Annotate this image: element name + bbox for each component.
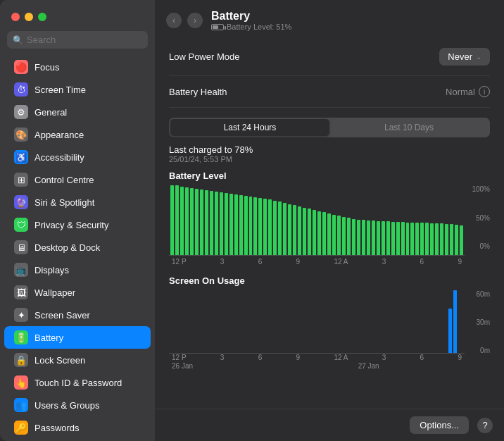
battery-bar [327,213,331,255]
usage-chart-visual [169,290,465,354]
battery-level-chart-container: 100% 50% 0% 12 P 3 6 9 12 A 3 6 9 [169,185,490,266]
battery-bar [225,193,228,255]
options-button[interactable]: Options... [410,416,469,434]
sidebar-label-touch-id: Touch ID & Password [34,378,122,388]
sidebar-icon-control-centre: ⊞ [14,173,28,187]
sidebar-item-appearance[interactable]: 🎨 Appearance [4,123,151,146]
sidebar-label-siri-spotlight: Siri & Spotlight [34,197,94,208]
sidebar-items-container: 🔴 Focus ⏱ Screen Time ⚙ General 🎨 Appear… [0,56,155,439]
battery-bar [406,223,410,255]
battery-bar [382,221,385,255]
minimize-button[interactable] [25,13,33,21]
battery-bar [430,223,434,255]
usage-bar [453,290,457,353]
sidebar-label-battery: Battery [34,333,63,343]
sidebar-item-privacy-security[interactable]: 🛡 Privacy & Security [4,213,151,236]
battery-level-title: Battery Level [169,170,490,181]
tab-10d[interactable]: Last 10 Days [329,119,489,136]
battery-bar [313,210,316,255]
low-power-mode-dropdown[interactable]: Never ⌄ [439,48,490,66]
sidebar-item-accessibility[interactable]: ♿ Accessibility [4,146,151,168]
sidebar-item-siri-spotlight[interactable]: 🔮 Siri & Spotlight [4,191,151,213]
back-button[interactable]: ‹ [166,13,182,28]
battery-bar [317,211,321,255]
sidebar-item-focus[interactable]: 🔴 Focus [4,56,151,78]
sidebar-item-lock-screen[interactable]: 🔒 Lock Screen [4,349,151,371]
sidebar-item-wallpaper[interactable]: 🖼 Wallpaper [4,281,151,304]
sidebar-icon-accessibility: ♿ [14,150,28,164]
battery-bar [220,192,223,255]
battery-bar [308,209,311,255]
battery-health-value-container: Normal i [446,86,490,97]
usage-bar [448,309,452,353]
sidebar-label-users-groups: Users & Groups [34,400,99,411]
battery-level-text: Battery Level: 51% [227,23,291,31]
sidebar-label-screen-time: Screen Time [34,85,86,95]
low-power-mode-label: Low Power Mode [169,51,239,62]
usage-y-labels: 60m 30m 0m [467,290,490,354]
battery-bar [401,222,405,255]
sidebar-item-screen-time[interactable]: ⏱ Screen Time [4,78,151,101]
sidebar-item-screen-saver[interactable]: ✦ Screen Saver [4,304,151,326]
battery-bar [455,225,458,255]
chevron-down-icon: ⌄ [476,53,481,61]
battery-bar [303,208,306,255]
battery-bar [288,204,291,255]
sidebar-icon-screen-saver: ✦ [14,308,28,322]
sidebar-item-touch-id[interactable]: 👆 Touch ID & Password [4,371,151,394]
search-input[interactable] [27,35,142,45]
settings-content: Low Power Mode Never ⌄ Battery Health No… [155,38,504,409]
battery-bar [268,199,272,255]
charged-info: Last charged to 78% 25/01/24, 5:53 PM [169,144,490,163]
battery-bar [362,220,365,255]
battery-bar [239,195,243,255]
battery-bar [244,196,248,255]
battery-bar [332,215,336,255]
tab-24h[interactable]: Last 24 Hours [170,119,329,136]
battery-bar [445,224,448,255]
battery-chart-area [169,185,465,256]
sidebar-label-appearance: Appearance [34,130,84,140]
sidebar-item-control-centre[interactable]: ⊞ Control Centre [4,168,151,191]
battery-bar [425,223,429,255]
battery-bar [185,187,189,255]
close-button[interactable] [11,13,20,21]
battery-health-label: Battery Health [169,87,227,97]
low-power-mode-row: Low Power Mode Never ⌄ [169,38,490,76]
sidebar-icon-siri-spotlight: 🔮 [14,195,28,209]
sidebar-icon-lock-screen: 🔒 [14,353,28,367]
battery-bar [372,220,375,256]
sidebar-icon-passwords: 🔑 [14,421,28,435]
main-content: ‹ › Battery Battery Level: 51% Low Power… [155,0,504,441]
battery-bar [337,216,341,255]
battery-health-value: Normal [446,87,475,97]
sidebar-icon-general: ⚙ [14,105,28,119]
battery-bar [450,224,453,255]
battery-bar [415,223,419,255]
battery-bar [386,221,390,255]
search-bar[interactable]: 🔍 [7,31,148,49]
sidebar-label-privacy-security: Privacy & Security [34,220,108,230]
fullscreen-button[interactable] [38,13,46,21]
sidebar-item-users-groups[interactable]: 👥 Users & Groups [4,394,151,416]
help-button[interactable]: ? [477,418,493,433]
forward-button[interactable]: › [187,13,203,28]
battery-bar [293,205,296,255]
battery-level-chart: Battery Level 100% 50% 0% 12 P 3 6 9 [169,170,490,266]
page-title: Battery [211,10,291,23]
battery-bar [253,197,257,255]
sidebar: 🔍 🔴 Focus ⏱ Screen Time ⚙ General 🎨 Appe… [0,0,155,441]
sidebar-item-battery[interactable]: 🔋 Battery [4,326,151,349]
battery-subtitle: Battery Level: 51% [211,23,291,31]
sidebar-item-desktop-dock[interactable]: 🖥 Desktop & Dock [4,236,151,259]
sidebar-item-general[interactable]: ⚙ General [4,101,151,123]
info-icon[interactable]: i [479,86,490,97]
search-icon: 🔍 [13,35,23,45]
sidebar-item-passwords[interactable]: 🔑 Passwords [4,416,151,439]
usage-x-labels: 12 P 3 6 9 12 A 3 6 9 [169,354,465,361]
battery-bar [396,222,400,255]
sidebar-label-wallpaper: Wallpaper [34,287,75,298]
battery-bar [200,190,203,255]
sidebar-item-displays[interactable]: 📺 Displays [4,259,151,281]
sidebar-label-desktop-dock: Desktop & Dock [34,242,100,253]
